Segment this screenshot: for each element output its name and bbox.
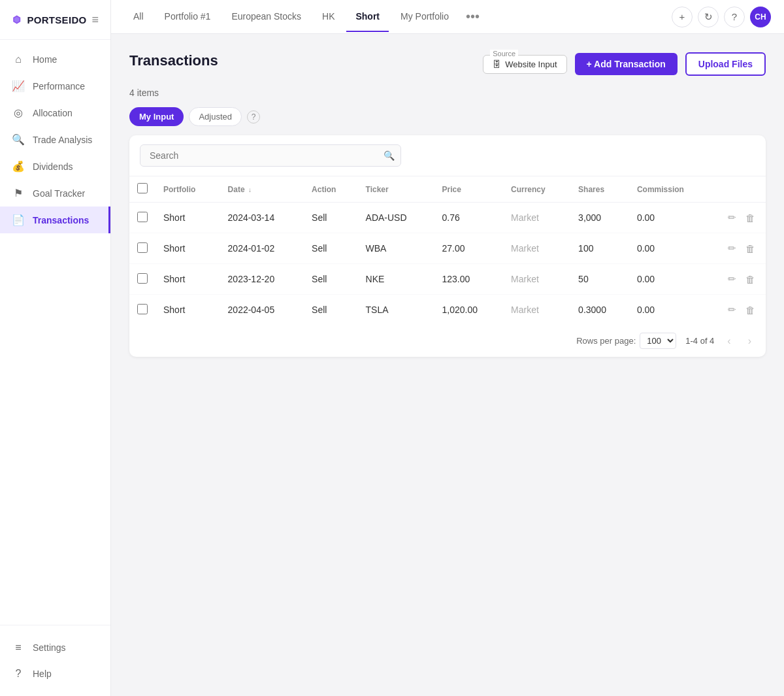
tabs-more-button[interactable]: •••	[461, 7, 485, 27]
main-content: AllPortfolio #1European StocksHKShortMy …	[111, 0, 784, 696]
sidebar-item-performance[interactable]: 📈Performance	[0, 73, 110, 99]
cell-commission-2: 0.00	[629, 264, 713, 295]
delete-row-button-2[interactable]: 🗑	[743, 272, 758, 286]
sidebar-item-settings[interactable]: ≡Settings	[0, 635, 110, 661]
cell-portfolio-1: Short	[155, 233, 220, 264]
cell-ticker-3: TSLA	[358, 295, 434, 325]
col-shares: Shares	[570, 176, 629, 203]
delete-row-button-0[interactable]: 🗑	[743, 210, 758, 225]
cell-action-0: Sell	[304, 203, 357, 233]
upload-files-button[interactable]: Upload Files	[685, 52, 766, 76]
cell-portfolio-0: Short	[155, 203, 220, 233]
cell-date-0: 2024-03-14	[220, 203, 304, 233]
help-button[interactable]: ?	[724, 7, 745, 27]
next-page-button[interactable]: ›	[744, 334, 755, 348]
rows-per-page-select[interactable]: 100 50 25	[640, 333, 676, 349]
logo-text: PORTSEIDO	[27, 14, 86, 25]
rows-per-page-label: Rows per page:	[576, 336, 636, 346]
row-checkbox-1[interactable]	[137, 242, 148, 253]
filter-row: My InputAdjusted?	[129, 107, 766, 126]
sort-arrow-date: ↓	[248, 186, 252, 193]
topbar-actions: + ↻ ? CH	[672, 7, 771, 27]
add-icon: +	[679, 11, 685, 22]
settings-label: Settings	[33, 642, 66, 653]
sidebar-item-home[interactable]: ⌂Home	[0, 46, 110, 73]
col-date[interactable]: Date ↓	[220, 176, 304, 203]
select-all-checkbox[interactable]	[137, 183, 148, 193]
cell-date-2: 2023-12-20	[220, 264, 304, 295]
topbar: AllPortfolio #1European StocksHKShortMy …	[111, 0, 784, 34]
tab-myportfolio[interactable]: My Portfolio	[391, 2, 458, 32]
sidebar-logo: PORTSEIDO ≡	[0, 0, 110, 40]
edit-row-button-0[interactable]: ✏	[725, 210, 739, 225]
edit-row-button-3[interactable]: ✏	[725, 303, 739, 317]
tab-hk[interactable]: HK	[313, 2, 344, 32]
refresh-button[interactable]: ↻	[698, 7, 719, 27]
sidebar: PORTSEIDO ≡ ⌂Home📈Performance◎Allocation…	[0, 0, 111, 696]
help-icon: ?	[732, 11, 737, 22]
filter-tab-adjusted[interactable]: Adjusted	[189, 107, 242, 126]
tab-short[interactable]: Short	[346, 2, 389, 32]
trade-analysis-icon: 🔍	[12, 133, 25, 146]
col-portfolio: Portfolio	[155, 176, 220, 203]
hamburger-icon[interactable]: ≡	[91, 13, 99, 27]
delete-row-button-1[interactable]: 🗑	[743, 241, 758, 256]
transactions-icon: 📄	[12, 214, 25, 226]
cell-ticker-0: ADA-USD	[358, 203, 434, 233]
filter-tab-my-input[interactable]: My Input	[129, 107, 184, 126]
cell-action-2: Sell	[304, 264, 357, 295]
home-icon: ⌂	[12, 54, 25, 65]
source-selector[interactable]: Source 🗄 Website Input	[483, 55, 566, 74]
avatar[interactable]: CH	[750, 7, 771, 27]
cell-currency-3: Market	[503, 295, 570, 325]
cell-shares-0: 3,000	[570, 203, 629, 233]
add-transaction-button[interactable]: + Add Transaction	[575, 53, 678, 75]
cell-currency-1: Market	[503, 233, 570, 264]
sidebar-item-help[interactable]: ?Help	[0, 661, 110, 687]
add-button[interactable]: +	[672, 7, 693, 27]
search-input[interactable]	[140, 144, 401, 167]
edit-row-button-1[interactable]: ✏	[725, 241, 739, 256]
table-card: 🔍 Portfolio Date ↓ Action Ticker Price C…	[129, 135, 766, 357]
sidebar-item-allocation[interactable]: ◎Allocation	[0, 99, 110, 126]
cell-portfolio-3: Short	[155, 295, 220, 325]
sidebar-item-trade-analysis[interactable]: 🔍Trade Analysis	[0, 126, 110, 153]
prev-page-button[interactable]: ‹	[723, 334, 734, 348]
cell-price-2: 123.00	[434, 264, 504, 295]
col-commission: Commission	[629, 176, 713, 203]
search-wrap: 🔍	[140, 144, 401, 167]
row-checkbox-3[interactable]	[137, 304, 148, 314]
cell-price-3: 1,020.00	[434, 295, 504, 325]
sidebar-bottom: ≡Settings?Help	[0, 625, 110, 696]
edit-row-button-2[interactable]: ✏	[725, 272, 739, 286]
sidebar-item-goal-tracker[interactable]: ⚑Goal Tracker	[0, 180, 110, 207]
row-checkbox-2[interactable]	[137, 273, 148, 284]
cell-portfolio-2: Short	[155, 264, 220, 295]
tab-all[interactable]: All	[124, 2, 153, 32]
col-ticker: Ticker	[358, 176, 434, 203]
help-label: Help	[33, 669, 52, 679]
row-checkbox-0[interactable]	[137, 212, 148, 222]
filter-help-icon[interactable]: ?	[247, 110, 260, 124]
cell-shares-2: 50	[570, 264, 629, 295]
table-body: Short 2024-03-14 Sell ADA-USD 0.76 Marke…	[129, 203, 766, 325]
sidebar-item-transactions[interactable]: 📄Transactions	[0, 207, 110, 233]
cell-ticker-2: NKE	[358, 264, 434, 295]
cell-date-1: 2024-01-02	[220, 233, 304, 264]
transactions-table: Portfolio Date ↓ Action Ticker Price Cur…	[129, 176, 766, 325]
cell-price-1: 27.00	[434, 233, 504, 264]
goal-tracker-label: Goal Tracker	[33, 188, 85, 199]
items-count-row: 4 items	[129, 88, 766, 98]
tab-portfolio1[interactable]: Portfolio #1	[155, 2, 220, 32]
delete-row-button-3[interactable]: 🗑	[743, 303, 758, 317]
cell-action-3: Sell	[304, 295, 357, 325]
cell-commission-1: 0.00	[629, 233, 713, 264]
transactions-label: Transactions	[33, 215, 89, 225]
sidebar-item-dividends[interactable]: 💰Dividends	[0, 153, 110, 180]
col-price: Price	[434, 176, 504, 203]
cell-currency-2: Market	[503, 264, 570, 295]
trade-analysis-label: Trade Analysis	[33, 135, 92, 145]
page-info: 1-4 of 4	[685, 336, 714, 346]
refresh-icon: ↻	[704, 11, 713, 23]
tab-european[interactable]: European Stocks	[222, 2, 310, 32]
